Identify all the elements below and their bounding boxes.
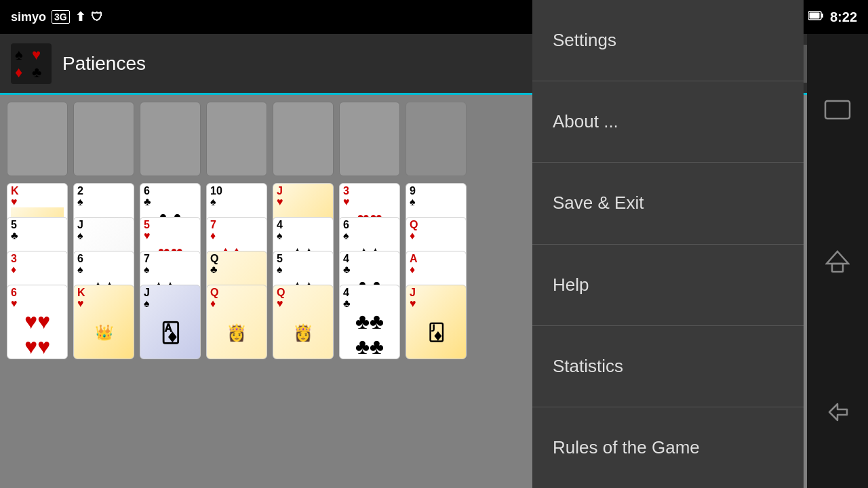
svg-text:♦: ♦ <box>15 64 22 81</box>
card-q-hearts[interactable]: Q♥ 👸 <box>273 285 334 359</box>
svg-rect-25 <box>832 264 843 272</box>
card-column-4: 10♠ ♠♣♠♣♠♣ 7♦ ♦♦♦♦♦ Q♣ 👸 Q♦ 👸 <box>206 183 267 373</box>
card-j-spades-b[interactable]: J♠ 🃁 <box>140 285 201 359</box>
placeholder-5 <box>273 102 334 176</box>
svg-rect-23 <box>825 101 850 119</box>
nav-home-button[interactable] <box>817 241 858 281</box>
carrier-name: simyo <box>11 10 46 24</box>
card-column-1: K♥ 👑 5♣ ♣ 3♦ ♦ 6♥ ♥♥♥♥ <box>7 183 68 373</box>
card-k-hearts-b[interactable]: K♥ 👑 <box>73 285 134 359</box>
card-column-6: 3♥ ♥♥♥ 6♠ ♠♠♠♠ 4♣ ♣♣♣♣ 4♣ ♣♣♣♣ <box>339 183 400 373</box>
dropdown-menu: Settings About ... Save & Exit Help Stat… <box>532 0 804 488</box>
menu-item-save-exit[interactable]: Save & Exit <box>532 163 804 244</box>
svg-rect-6 <box>821 14 823 18</box>
time-display: 8:22 <box>830 9 857 25</box>
menu-item-settings[interactable]: Settings <box>532 0 804 81</box>
menu-item-statistics[interactable]: Statistics <box>532 326 804 407</box>
wifi-shield-icon: 🛡 <box>91 10 103 24</box>
battery-icon <box>808 9 823 25</box>
svg-marker-24 <box>827 251 848 264</box>
3g-icon: 3G <box>52 10 70 24</box>
card-column-3: 6♣ ♣♣♣♣ 5♥ ♥♥♥ 7♠ ♠♠♠♠♠ J♠ 🃁 <box>140 183 201 373</box>
card-6-hearts[interactable]: 6♥ ♥♥♥♥ <box>7 285 68 359</box>
svg-text:♠: ♠ <box>15 46 23 63</box>
placeholder-3 <box>140 102 201 176</box>
nav-back-button[interactable] <box>817 392 858 432</box>
card-q-diamonds[interactable]: Q♦ 👸 <box>206 285 267 359</box>
upload-icon: ⬆ <box>75 9 85 24</box>
card-column-2: 2♠ ♠ J♠ 🃁 6♠ ♠♠♠♠ K♥ 👑 <box>73 183 134 373</box>
menu-item-help[interactable]: Help <box>532 245 804 326</box>
card-column-5: J♥ 🃋 4♠ ♠♠♠♠ 5♠ ♠♠♠ Q♥ 👸 <box>273 183 334 373</box>
placeholder-1 <box>7 102 68 176</box>
status-left: simyo 3G ⬆ 🛡 <box>11 9 103 24</box>
menu-item-rules[interactable]: Rules of the Game <box>532 407 804 488</box>
app-logo: ♠ ♥ ♦ ♣ <box>11 43 52 84</box>
nav-rectangle-button[interactable] <box>817 89 858 130</box>
placeholder-6 <box>339 102 400 176</box>
placeholder-2 <box>73 102 134 176</box>
svg-rect-7 <box>809 12 819 18</box>
card-column-7: 9♠ ♠♠♠♠♠♠♠♠♠ Q♦ 👸 A♦ ♦ J♥ 🃋 <box>406 183 467 373</box>
nav-buttons <box>807 34 868 488</box>
card-j-hearts-b[interactable]: J♥ 🃋 <box>406 285 467 359</box>
card-clubs-low[interactable]: 4♣ ♣♣♣♣ <box>339 285 400 359</box>
menu-item-about[interactable]: About ... <box>532 81 804 163</box>
placeholder-4 <box>206 102 267 176</box>
placeholder-7 <box>406 102 467 176</box>
svg-text:♥: ♥ <box>32 46 41 63</box>
svg-text:♣: ♣ <box>32 64 41 81</box>
